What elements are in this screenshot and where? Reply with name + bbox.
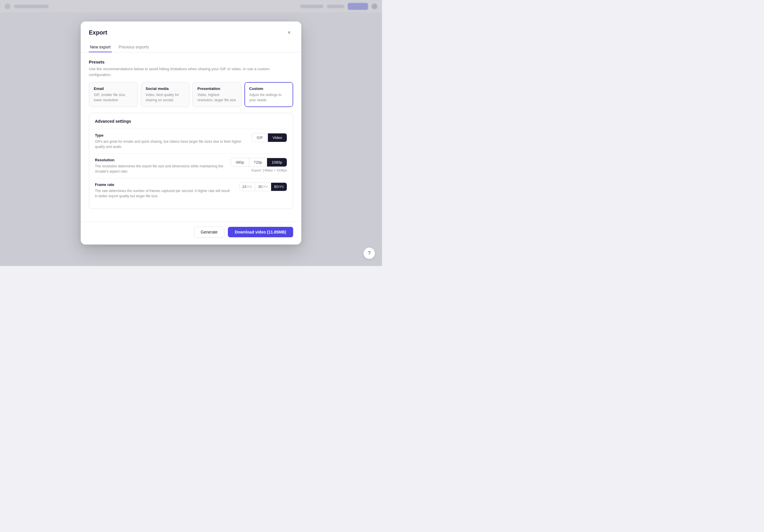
- resolution-setting-row: Resolution The resolution determines the…: [95, 154, 287, 178]
- fps-60-button[interactable]: 60FPS: [271, 183, 287, 191]
- preset-email-desc: GIF, smaller file size, lower resolution: [94, 92, 133, 103]
- generate-button[interactable]: Generate: [194, 226, 224, 238]
- preset-presentation-name: Presentation: [197, 86, 237, 91]
- tabs-container: New export Previous exports: [81, 38, 301, 53]
- preset-email-name: Email: [94, 86, 133, 91]
- modal-footer: Generate Download video (11.85MB): [81, 222, 301, 244]
- resolution-480p-button[interactable]: 480p: [231, 158, 249, 167]
- advanced-settings-title: Advanced settings: [95, 119, 287, 124]
- type-setting-info: Type GIFs are great for emails and quick…: [95, 133, 246, 149]
- tab-new-export[interactable]: New export: [89, 42, 112, 52]
- export-modal: Export × New export Previous exports Pre…: [81, 22, 301, 244]
- preset-custom-name: Custom: [249, 86, 288, 91]
- preset-social-desc: Video, best quality for sharing on socia…: [146, 92, 185, 103]
- close-button[interactable]: ×: [285, 28, 293, 37]
- framerate-setting-name: Frame rate: [95, 183, 233, 187]
- resolution-setting-info: Resolution The resolution determines the…: [95, 158, 225, 174]
- preset-custom[interactable]: Custom Adjust the settings to your needs: [245, 82, 293, 107]
- presets-section: Presets Use the recommendations below to…: [89, 60, 293, 107]
- presets-title: Presets: [89, 60, 293, 65]
- resolution-btn-group: 480p 720p 1080p: [231, 158, 287, 167]
- fps-24-label: 24: [242, 185, 246, 189]
- type-setting-desc: GIFs are great for emails and quick shar…: [95, 139, 246, 149]
- tab-previous-exports[interactable]: Previous exports: [117, 42, 150, 52]
- modal-backdrop: Export × New export Previous exports Pre…: [0, 0, 382, 266]
- resolution-setting-desc: The resolution determines the export fil…: [95, 164, 225, 174]
- fps-24-unit: FPS: [247, 185, 252, 189]
- resolution-wrapper: 480p 720p 1080p Export: 1466px × 1036px: [231, 158, 287, 172]
- resolution-720p-button[interactable]: 720p: [249, 158, 267, 167]
- modal-title: Export: [89, 29, 107, 36]
- fps-30-unit: FPS: [263, 185, 268, 189]
- framerate-controls: 24FPS 30FPS 60FPS: [239, 183, 287, 191]
- presets-grid: Email GIF, smaller file size, lower reso…: [89, 82, 293, 107]
- advanced-settings-box: Advanced settings Type GIFs are great fo…: [89, 113, 293, 209]
- preset-presentation-desc: Video, highest resolution, larger file s…: [197, 92, 237, 103]
- fps-30-button[interactable]: 30FPS: [255, 183, 271, 191]
- type-controls: GIF Video: [252, 133, 287, 142]
- resolution-controls: 480p 720p 1080p Export: 1466px × 1036px: [231, 158, 287, 172]
- fps-24-button[interactable]: 24FPS: [240, 183, 256, 191]
- export-dimensions: Export: 1466px × 1036px: [251, 169, 287, 172]
- type-video-button[interactable]: Video: [268, 133, 287, 142]
- preset-email[interactable]: Email GIF, smaller file size, lower reso…: [89, 82, 138, 107]
- fps-30-label: 30: [258, 185, 262, 189]
- help-button[interactable]: ?: [363, 247, 375, 259]
- framerate-btn-group: 24FPS 30FPS 60FPS: [239, 183, 287, 191]
- fps-60-label: 60: [274, 185, 278, 189]
- preset-custom-desc: Adjust the settings to your needs: [249, 92, 288, 103]
- resolution-1080p-button[interactable]: 1080p: [267, 158, 287, 167]
- type-setting-name: Type: [95, 133, 246, 138]
- preset-presentation[interactable]: Presentation Video, highest resolution, …: [192, 82, 242, 107]
- preset-social-media[interactable]: Social media Video, best quality for sha…: [141, 82, 190, 107]
- type-btn-group: GIF Video: [252, 133, 287, 142]
- framerate-setting-row: Frame rate The rate determines the numbe…: [95, 178, 287, 203]
- type-gif-button[interactable]: GIF: [252, 133, 268, 142]
- preset-social-name: Social media: [146, 86, 185, 91]
- resolution-setting-name: Resolution: [95, 158, 225, 162]
- modal-body: Presets Use the recommendations below to…: [81, 53, 301, 222]
- fps-60-unit: FPS: [279, 185, 284, 189]
- type-setting-row: Type GIFs are great for emails and quick…: [95, 129, 287, 154]
- download-button[interactable]: Download video (11.85MB): [228, 227, 293, 237]
- presets-description: Use the recommendations below to avoid h…: [89, 66, 293, 77]
- framerate-setting-desc: The rate determines the number of frames…: [95, 188, 233, 199]
- modal-header: Export ×: [81, 22, 301, 37]
- framerate-setting-info: Frame rate The rate determines the numbe…: [95, 183, 233, 199]
